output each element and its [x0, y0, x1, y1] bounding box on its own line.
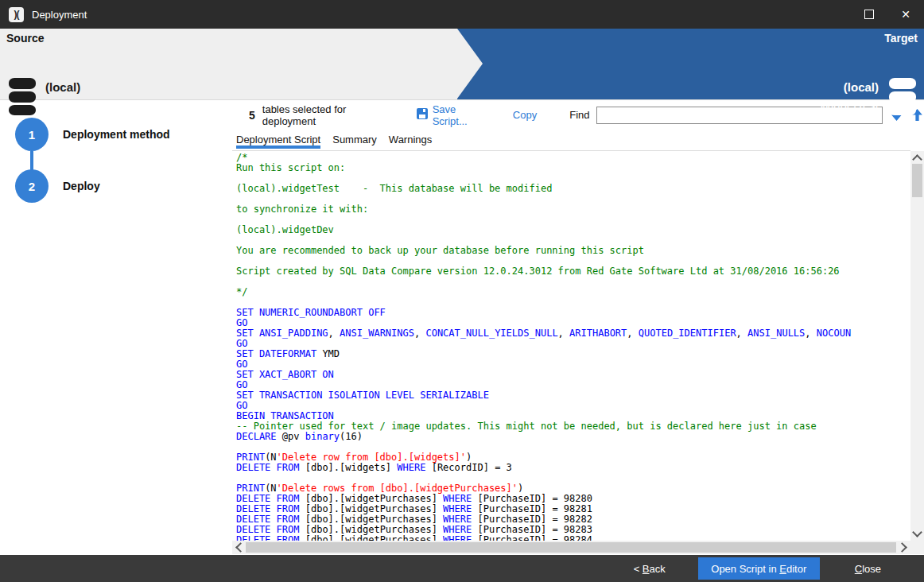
- close-dialog-button[interactable]: Close: [848, 560, 887, 578]
- open-script-in-editor-button[interactable]: Open Script in Editor: [698, 557, 820, 580]
- scrollbar-corner: [910, 541, 924, 554]
- back-label-accel: B: [643, 563, 650, 575]
- script-line: Run this script on:: [236, 163, 910, 173]
- source-target-header: Source Target (local) WidgetDev (local) …: [0, 29, 924, 100]
- step-number-badge: 2: [15, 169, 49, 203]
- scroll-up-button[interactable]: [910, 151, 924, 165]
- chevron-up-icon: [912, 154, 922, 165]
- maximize-button[interactable]: [851, 0, 887, 29]
- save-script-button[interactable]: Save Script...: [417, 103, 491, 127]
- source-arrow-shape: [457, 29, 483, 99]
- chevron-down-icon: [912, 527, 922, 537]
- window-controls: ✕: [851, 0, 924, 29]
- script-line: SET XACT_ABORT ON: [236, 370, 910, 380]
- script-line: SET ANSI_PADDING, ANSI_WARNINGS, CONCAT_…: [236, 328, 910, 339]
- script-line: SET DATEFORMAT YMD: [236, 349, 910, 359]
- target-server-name: (local): [844, 80, 879, 94]
- script-line: DELETE FROM [dbo].[widgets] WHERE [Recor…: [236, 463, 910, 473]
- chevron-right-icon: [897, 542, 907, 553]
- target-label: Target: [884, 32, 918, 45]
- vertical-scroll-thumb[interactable]: [912, 164, 922, 197]
- script-line: (local).widgetDev: [236, 225, 910, 235]
- wizard-step-deploy[interactable]: 2Deploy: [15, 169, 100, 203]
- script-line: [236, 277, 910, 287]
- script-line: (local).widgetTest - This database will …: [236, 184, 910, 194]
- open-label-rest: ditor: [786, 563, 806, 575]
- footer-bar: < Back Open Script in Editor Close: [0, 555, 924, 582]
- script-line: You are recommended to back up your data…: [236, 246, 910, 256]
- script-line: SET NUMERIC_ROUNDABORT OFF: [236, 308, 910, 318]
- tab-summary[interactable]: Summary: [332, 130, 377, 148]
- script-line: GO: [236, 401, 910, 411]
- copy-button[interactable]: Copy: [513, 109, 537, 121]
- back-button[interactable]: < Back: [627, 560, 672, 578]
- script-line: DECLARE @pv binary(16): [236, 432, 910, 442]
- close-button[interactable]: ✕: [887, 0, 924, 29]
- window-title: Deployment: [32, 9, 87, 21]
- find-label: Find: [569, 109, 589, 121]
- step-label: Deployment method: [63, 128, 170, 141]
- tab-deployment-script[interactable]: Deployment Script: [236, 130, 320, 149]
- vertical-scrollbar[interactable]: [910, 151, 924, 541]
- close-label-accel: C: [855, 563, 862, 575]
- selected-tables-count: 5: [249, 109, 255, 122]
- script-line: GO: [236, 359, 910, 370]
- back-label: <: [634, 563, 643, 575]
- source-label: Source: [6, 32, 44, 45]
- target-database-name: WidgetTest: [820, 99, 879, 112]
- script-line: to synchronize it with:: [236, 204, 910, 215]
- deployment-script-view[interactable]: /*Run this script on: (local).widgetTest…: [232, 151, 910, 541]
- title-bar: )( Deployment ✕: [0, 0, 924, 29]
- step-number-badge: 1: [15, 118, 49, 151]
- script-line: DELETE FROM [dbo].[widgetPurchases] WHER…: [236, 535, 910, 541]
- target-database-icon: [888, 77, 917, 119]
- save-script-label: Save Script...: [433, 103, 491, 127]
- close-label-rest: lose: [862, 563, 881, 575]
- source-server-name: (local): [45, 80, 80, 94]
- horizontal-scrollbar[interactable]: [232, 541, 910, 554]
- open-label: Open Script in: [711, 563, 779, 575]
- wizard-step-deployment-method[interactable]: 1Deployment method: [15, 118, 170, 151]
- selected-tables-caption: tables selected for deployment: [262, 103, 397, 127]
- maximize-icon: [864, 10, 874, 19]
- back-label-rest: ack: [650, 563, 666, 575]
- step-connector-line: [30, 151, 33, 170]
- wizard-steps-sidebar: 1Deployment method2Deploy: [0, 100, 232, 555]
- scroll-left-button[interactable]: [232, 541, 246, 554]
- scroll-right-button[interactable]: [897, 541, 910, 554]
- script-tabs: Deployment ScriptSummaryWarnings: [232, 130, 910, 151]
- script-line: [236, 215, 910, 225]
- open-label-accel: E: [779, 563, 786, 575]
- horizontal-scroll-thumb[interactable]: [246, 542, 896, 553]
- chevron-left-icon: [235, 542, 246, 553]
- source-database-icon: [8, 77, 37, 119]
- scroll-down-button[interactable]: [910, 527, 924, 541]
- script-line: */: [236, 287, 910, 297]
- script-line: SET TRANSACTION ISOLATION LEVEL SERIALIZ…: [236, 390, 910, 401]
- close-icon: ✕: [901, 9, 910, 20]
- save-icon: [417, 108, 428, 122]
- app-logo-icon: )(: [9, 7, 24, 22]
- script-line: Script created by SQL Data Compare versi…: [236, 266, 910, 277]
- tab-warnings[interactable]: Warnings: [389, 130, 432, 148]
- step-label: Deploy: [63, 180, 100, 192]
